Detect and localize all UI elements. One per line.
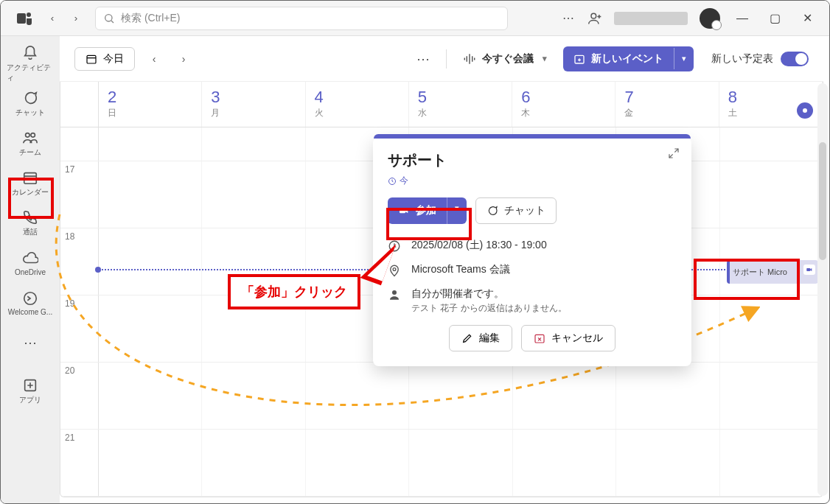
hour-label: 19 <box>60 295 99 362</box>
day-header[interactable]: 6木 <box>512 82 615 127</box>
svg-point-1 <box>27 13 31 17</box>
calendar-plus-icon <box>573 53 585 65</box>
toggle-on-icon[interactable] <box>781 52 809 66</box>
cancel-button[interactable]: キャンセル <box>521 325 615 351</box>
svg-rect-0 <box>17 13 26 24</box>
schedule-view-toggle[interactable]: 新しい予定表 <box>711 52 809 66</box>
history-nav: ‹ › <box>42 8 86 29</box>
new-event-split-button[interactable]: 新しいイベント ▾ <box>563 46 694 71</box>
svg-line-30 <box>669 154 673 158</box>
calendar-icon <box>22 169 38 186</box>
people-add-icon[interactable] <box>582 5 608 32</box>
rail-apps[interactable]: アプリ <box>7 372 54 410</box>
event-organizer-row: 自分が開催者です。 テスト 花子 からの返信はありません。 <box>388 287 677 315</box>
video-icon <box>803 265 815 275</box>
person-icon <box>388 288 401 301</box>
meet-now-icon <box>463 52 476 66</box>
calendar-toolbar: 今日 ‹ › ⋯ 今すぐ会議 ▾ 新しいイベント ▾ 新しい予定表 <box>60 36 823 82</box>
day-header[interactable]: 3月 <box>202 82 305 127</box>
window-minimize-button[interactable]: — <box>726 2 758 35</box>
svg-point-12 <box>29 178 31 180</box>
rail-activity[interactable]: アクティビティ <box>7 45 54 83</box>
chat-icon <box>22 90 38 106</box>
event-datetime-row: 2025/02/08 (土) 18:30 - 19:00 <box>388 239 677 253</box>
avatar[interactable] <box>700 8 720 29</box>
teams-logo-icon <box>15 10 33 27</box>
event-time-pill: 今 <box>388 175 677 187</box>
chevron-down-icon: ▾ <box>543 54 547 63</box>
next-week-button[interactable]: › <box>173 49 194 69</box>
hour-label: 17 <box>60 161 99 228</box>
meet-now-button[interactable]: 今すぐ会議 ▾ <box>456 48 554 70</box>
svg-point-2 <box>105 14 112 21</box>
join-button[interactable]: 参加 <box>388 197 447 224</box>
clock-icon <box>388 177 397 186</box>
calendar-header-row: 2日 3月 4火 5水 6木 7金 8土 <box>60 82 823 127</box>
svg-rect-32 <box>400 209 405 214</box>
svg-line-3 <box>111 21 114 23</box>
hour-label: 21 <box>60 430 99 496</box>
account-name-redacted <box>614 12 688 25</box>
vertical-scrollbar[interactable] <box>817 83 828 496</box>
svg-point-8 <box>31 133 35 138</box>
svg-point-35 <box>392 290 397 295</box>
svg-point-34 <box>393 268 396 271</box>
day-header-today[interactable]: 8土 <box>719 82 823 127</box>
chat-button[interactable]: チャット <box>475 197 557 224</box>
join-split-button[interactable]: 参加 ▾ <box>388 197 467 224</box>
rail-chat[interactable]: チャット <box>7 85 54 123</box>
calendar-event-block[interactable]: サポート Micro <box>727 260 818 284</box>
plus-square-icon <box>22 377 38 393</box>
location-pin-icon[interactable] <box>797 102 813 119</box>
people-icon <box>22 130 38 146</box>
svg-point-13 <box>32 178 34 180</box>
phone-icon <box>22 209 38 225</box>
svg-point-11 <box>27 178 28 180</box>
rail-teams[interactable]: チーム <box>7 125 54 163</box>
nav-back-button[interactable]: ‹ <box>42 8 63 29</box>
edit-button[interactable]: 編集 <box>449 325 512 351</box>
prev-week-button[interactable]: ‹ <box>144 49 164 69</box>
calendar-today-icon <box>86 53 97 65</box>
app-icon <box>22 290 38 307</box>
rail-calendar[interactable]: カレンダー <box>7 164 54 203</box>
svg-line-29 <box>674 149 678 153</box>
window-maximize-button[interactable]: ▢ <box>758 2 791 35</box>
event-title: サポート <box>388 150 677 170</box>
hour-label: 20 <box>60 363 99 429</box>
day-header[interactable]: 7金 <box>615 82 719 127</box>
rail-onedrive[interactable]: OneDrive <box>7 244 54 282</box>
rail-more[interactable]: ⋯ <box>7 323 54 362</box>
cloud-icon <box>22 251 38 267</box>
day-header[interactable]: 5水 <box>409 82 512 127</box>
day-header[interactable]: 4火 <box>306 82 409 127</box>
more-icon[interactable]: ⋯ <box>555 5 582 32</box>
expand-icon[interactable] <box>668 147 680 162</box>
svg-point-4 <box>591 13 596 18</box>
day-header[interactable]: 2日 <box>99 82 202 127</box>
event-details-popup: サポート 今 参加 ▾ チャット 2025/02/08 (土) 18:30 - … <box>373 137 691 366</box>
annotation-callout: 「参加」クリック <box>228 274 360 309</box>
pencil-icon <box>461 332 473 344</box>
event-location-row: Microsoft Teams 会議 <box>388 263 677 277</box>
window-close-button[interactable]: ✕ <box>791 2 823 35</box>
rail-welcome[interactable]: Welcome G... <box>7 284 54 322</box>
location-icon <box>388 264 401 277</box>
join-dropdown[interactable]: ▾ <box>447 197 467 224</box>
new-event-button[interactable]: 新しいイベント <box>563 46 674 71</box>
toolbar-more-button[interactable]: ⋯ <box>411 51 437 67</box>
search-placeholder: 検索 (Ctrl+E) <box>121 12 181 25</box>
search-icon <box>103 13 115 24</box>
new-event-dropdown[interactable]: ▾ <box>674 48 694 69</box>
search-input[interactable]: 検索 (Ctrl+E) <box>95 7 508 30</box>
hour-label: 18 <box>60 228 99 295</box>
titlebar: ‹ › 検索 (Ctrl+E) ⋯ — ▢ ✕ <box>1 1 829 36</box>
video-icon <box>398 205 410 217</box>
bell-icon <box>22 45 38 61</box>
rail-calls[interactable]: 通話 <box>7 204 54 242</box>
svg-rect-18 <box>87 55 96 63</box>
side-rail: アクティビティ チャット チーム カレンダー 通話 OneDrive Welco… <box>1 36 60 503</box>
chat-icon <box>487 205 498 217</box>
nav-forward-button[interactable]: › <box>66 8 86 29</box>
today-button[interactable]: 今日 <box>74 47 135 71</box>
